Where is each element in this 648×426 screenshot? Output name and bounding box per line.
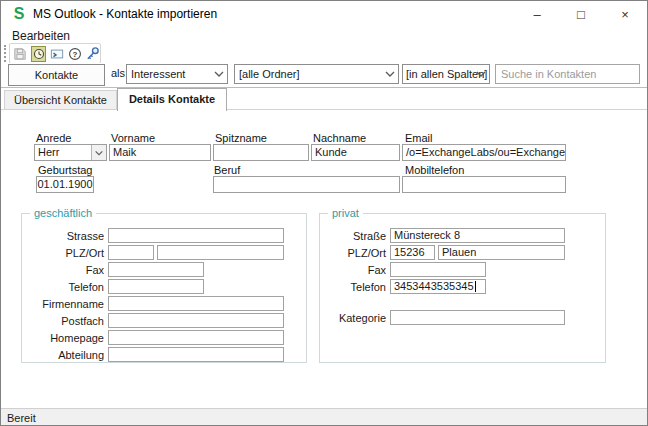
apply-contacts-button[interactable]: Kontakte übernehmen bbox=[8, 64, 105, 86]
private-strasse-label: Straße bbox=[353, 230, 386, 242]
business-telefon-label: Telefon bbox=[69, 281, 104, 293]
beruf-field[interactable] bbox=[213, 176, 400, 193]
private-groupbox: privat Straße Münstereck 8 PLZ/Ort 15236… bbox=[319, 213, 606, 363]
business-strasse-label: Strasse bbox=[67, 230, 104, 242]
private-plz-field[interactable]: 15236 bbox=[390, 245, 435, 260]
anrede-dropdown[interactable]: Herr bbox=[34, 144, 107, 161]
private-group-title: privat bbox=[328, 207, 363, 219]
private-fax-label: Fax bbox=[368, 264, 386, 276]
vorname-label: Vorname bbox=[111, 132, 155, 144]
contact-type-dropdown[interactable]: Interessent bbox=[126, 64, 228, 84]
status-bar: Bereit bbox=[1, 408, 647, 426]
key-icon[interactable] bbox=[85, 46, 100, 62]
search-input[interactable]: Suche in Kontakten bbox=[495, 64, 640, 84]
business-abteilung-field[interactable] bbox=[108, 347, 284, 362]
text-cursor bbox=[475, 281, 476, 292]
spitzname-label: Spitzname bbox=[215, 132, 267, 144]
business-firmenname-field[interactable] bbox=[108, 296, 284, 311]
business-homepage-label: Homepage bbox=[50, 332, 104, 344]
window-title: MS Outlook - Kontakte importieren bbox=[33, 1, 217, 28]
business-plzort-label: PLZ/Ort bbox=[65, 247, 104, 259]
tab-details-kontakte[interactable]: Details Kontakte bbox=[117, 88, 227, 111]
toolbar-grip[interactable] bbox=[4, 45, 7, 62]
geburtstag-label: Geburtstag bbox=[38, 164, 92, 176]
import-controls: Kontakte übernehmen als: Interessent [al… bbox=[1, 63, 647, 87]
email-field[interactable]: /o=ExchangeLabs/ou=Exchange Admin bbox=[402, 144, 566, 161]
email-label: Email bbox=[405, 132, 433, 144]
business-postfach-label: Postfach bbox=[61, 315, 104, 327]
columns-dropdown[interactable]: [in allen Spalten] bbox=[402, 64, 490, 84]
geburtstag-field[interactable]: 01.01.1900 bbox=[36, 176, 94, 193]
history-clock-icon[interactable] bbox=[31, 46, 46, 62]
private-fax-field[interactable] bbox=[390, 262, 486, 277]
app-logo-icon: S bbox=[10, 5, 28, 23]
chevron-down-icon[interactable] bbox=[91, 145, 106, 160]
chevron-down-icon bbox=[213, 68, 225, 80]
business-group-title: geschäftlich bbox=[30, 207, 96, 219]
search-placeholder: Suche in Kontakten bbox=[501, 68, 596, 80]
console-window-icon[interactable] bbox=[49, 46, 64, 62]
business-postfach-field[interactable] bbox=[108, 313, 284, 328]
minimize-button[interactable]: – bbox=[515, 1, 559, 28]
anrede-value: Herr bbox=[38, 146, 59, 158]
save-icon[interactable] bbox=[13, 46, 28, 62]
private-telefon-label: Telefon bbox=[351, 281, 386, 293]
private-plzort-label: PLZ/Ort bbox=[347, 247, 386, 259]
maximize-button[interactable]: □ bbox=[559, 1, 603, 28]
contact-type-value: Interessent bbox=[131, 68, 185, 80]
title-bar: S MS Outlook - Kontakte importieren – □ … bbox=[1, 1, 647, 28]
business-fax-field[interactable] bbox=[108, 262, 204, 277]
details-tab-panel: Anrede Vorname Spitzname Nachname Email … bbox=[1, 110, 647, 408]
chevron-down-icon bbox=[475, 68, 487, 80]
business-plz-field[interactable] bbox=[108, 245, 154, 260]
app-window: S MS Outlook - Kontakte importieren – □ … bbox=[0, 0, 648, 426]
status-text: Bereit bbox=[7, 412, 36, 424]
private-telefon-field[interactable]: 3453443535345 bbox=[390, 279, 486, 294]
window-controls: – □ × bbox=[515, 1, 647, 28]
business-strasse-field[interactable] bbox=[108, 228, 284, 243]
nachname-label: Nachname bbox=[313, 132, 366, 144]
private-kategorie-field[interactable] bbox=[390, 310, 565, 325]
beruf-label: Beruf bbox=[214, 164, 240, 176]
folder-dropdown[interactable]: [alle Ordner] bbox=[234, 64, 399, 84]
business-firmenname-label: Firmenname bbox=[42, 298, 104, 310]
folder-value: [alle Ordner] bbox=[239, 68, 300, 80]
business-ort-field[interactable] bbox=[157, 245, 284, 260]
toolbar: ? bbox=[1, 45, 647, 63]
chevron-down-icon bbox=[384, 68, 396, 80]
mobiltelefon-field[interactable] bbox=[402, 176, 566, 193]
business-groupbox: geschäftlich Strasse PLZ/Ort Fax Telefon… bbox=[21, 213, 307, 363]
business-telefon-field[interactable] bbox=[108, 279, 204, 294]
nachname-field[interactable]: Kunde bbox=[311, 144, 400, 161]
help-icon[interactable]: ? bbox=[67, 46, 82, 62]
toolbar-icon-group: ? bbox=[9, 43, 101, 64]
close-button[interactable]: × bbox=[603, 1, 647, 28]
svg-text:?: ? bbox=[72, 49, 77, 58]
tab-uebersicht-kontakte[interactable]: Übersicht Kontakte bbox=[4, 90, 117, 110]
business-fax-label: Fax bbox=[86, 264, 104, 276]
anrede-label: Anrede bbox=[36, 132, 71, 144]
business-abteilung-label: Abteilung bbox=[58, 349, 104, 361]
mobiltelefon-label: Mobiltelefon bbox=[405, 164, 464, 176]
private-strasse-field[interactable]: Münstereck 8 bbox=[390, 228, 565, 243]
tab-strip: Übersicht Kontakte Details Kontakte bbox=[1, 88, 647, 110]
vorname-field[interactable]: Maik bbox=[109, 144, 211, 161]
business-homepage-field[interactable] bbox=[108, 330, 284, 345]
private-kategorie-label: Kategorie bbox=[339, 312, 386, 324]
spitzname-field[interactable] bbox=[213, 144, 309, 161]
private-ort-field[interactable]: Plauen bbox=[438, 245, 565, 260]
